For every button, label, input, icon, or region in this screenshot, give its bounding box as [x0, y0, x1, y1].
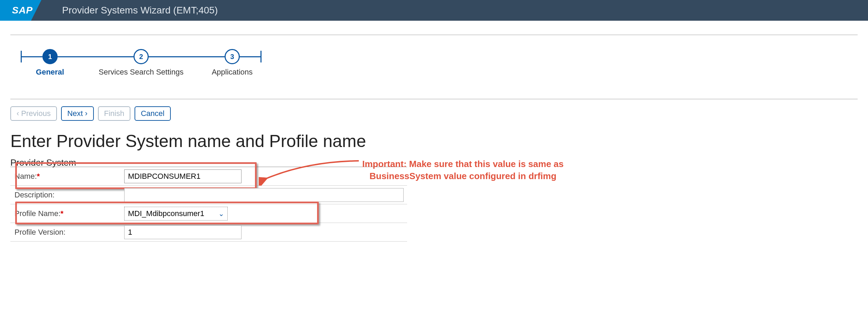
- wizard-connector: [240, 56, 260, 57]
- wizard-step-circle: 3: [225, 49, 240, 64]
- wizard-step-2[interactable]: 2 Services Search Settings: [134, 49, 149, 64]
- row-description: Description:: [10, 186, 407, 204]
- profile-version-input[interactable]: [124, 225, 241, 239]
- profile-version-label: Profile Version:: [10, 228, 124, 237]
- name-input[interactable]: [124, 169, 241, 183]
- wizard-stepper: 1 General 2 Services Search Settings 3 A…: [10, 49, 858, 64]
- top-divider: [10, 35, 858, 35]
- wizard-step-label: Applications: [212, 68, 253, 77]
- wizard-end-cap: [260, 51, 262, 62]
- chevron-left-icon: ‹: [17, 110, 19, 117]
- wizard-connector: [149, 56, 225, 57]
- profile-name-select[interactable]: [124, 207, 228, 221]
- required-icon: *: [37, 172, 40, 181]
- name-label: Name:*: [10, 172, 124, 181]
- previous-button: ‹ Previous: [10, 106, 57, 121]
- required-icon: *: [60, 209, 63, 218]
- annotation-text: Important: Make sure that this value is …: [362, 158, 564, 182]
- row-profile-name: Profile Name:* ⌄: [10, 204, 407, 223]
- row-profile-version: Profile Version:: [10, 223, 407, 242]
- button-row: ‹ Previous Next › Finish Cancel: [10, 106, 858, 121]
- profile-name-label: Profile Name:*: [10, 209, 124, 218]
- wizard-step-label: General: [36, 68, 64, 77]
- wizard-step-circle: 1: [42, 49, 58, 64]
- wizard-step-3[interactable]: 3 Applications: [225, 49, 240, 64]
- description-input[interactable]: [124, 188, 404, 202]
- page-title: Enter Provider System name and Profile n…: [10, 131, 858, 151]
- annotation-wrap: Important: Make sure that this value is …: [259, 155, 673, 186]
- chevron-right-icon: ›: [85, 110, 87, 117]
- wizard-connector: [22, 56, 42, 57]
- sap-logo: SAP: [0, 0, 41, 21]
- header-bar: SAP Provider Systems Wizard (EMT;405): [0, 0, 868, 21]
- next-button[interactable]: Next ›: [61, 106, 94, 121]
- wizard-step-label: Services Search Settings: [99, 68, 184, 77]
- wizard-step-1[interactable]: 1 General: [42, 49, 58, 64]
- row-name: Important: Make sure that this value is …: [10, 167, 407, 186]
- header-title: Provider Systems Wizard (EMT;405): [62, 5, 218, 16]
- cancel-button[interactable]: Cancel: [135, 106, 170, 121]
- wizard-step-circle: 2: [134, 49, 149, 64]
- provider-system-form: Important: Make sure that this value is …: [10, 167, 407, 242]
- wizard-connector: [58, 56, 134, 57]
- description-label: Description:: [10, 191, 124, 199]
- finish-button: Finish: [98, 106, 131, 121]
- profile-name-select-wrap: ⌄: [124, 207, 228, 221]
- annotation-arrow-icon: [259, 155, 362, 186]
